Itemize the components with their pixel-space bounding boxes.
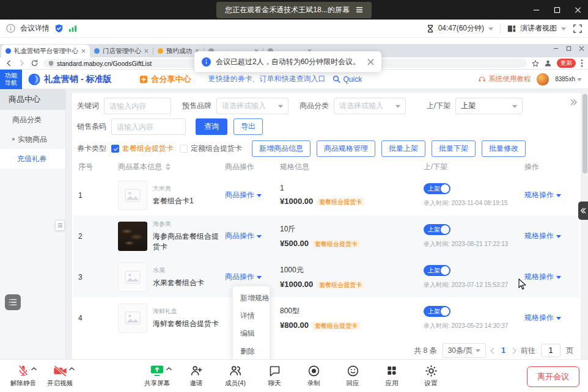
- barcode-input[interactable]: [111, 118, 186, 135]
- close-button[interactable]: [567, 0, 588, 20]
- back-icon[interactable]: [5, 59, 13, 67]
- browser-close-icon[interactable]: [579, 46, 584, 51]
- settings-button[interactable]: 设置: [414, 363, 448, 388]
- tab-favicon: [6, 48, 11, 54]
- chevron-up-icon[interactable]: [31, 367, 37, 371]
- tab-close-icon[interactable]: [81, 49, 86, 53]
- product-op-link-open[interactable]: 商品操作: [225, 272, 262, 282]
- tab-close-icon[interactable]: [144, 49, 149, 53]
- spec-manage-button[interactable]: 商品规格管理: [317, 140, 375, 157]
- timer-caret-icon[interactable]: [488, 27, 493, 33]
- apps-button[interactable]: 应用: [375, 363, 409, 388]
- page-size-select[interactable]: 30条/页: [443, 343, 487, 358]
- invite-button[interactable]: 邀请: [179, 363, 213, 388]
- view-caret-icon[interactable]: [561, 27, 566, 33]
- refresh-icon[interactable]: [31, 59, 39, 67]
- screen-share-banner[interactable]: 您正在观看金禾通技术王斌18...的屏幕: [216, 2, 371, 18]
- minimize-button[interactable]: [526, 0, 546, 20]
- video-button[interactable]: 开启视频: [43, 363, 77, 388]
- scrollbar-thumb[interactable]: [582, 94, 587, 173]
- browser-tab-store-admin[interactable]: 门店管理中心: [90, 45, 153, 57]
- members-button[interactable]: 成员(4): [218, 363, 252, 388]
- add-product-button[interactable]: 新增商品信息: [252, 140, 311, 157]
- browser-tab-gift-admin[interactable]: 礼盒营销平台管理中心: [1, 45, 90, 57]
- tutorial-link[interactable]: 系统使用教程: [478, 74, 531, 84]
- toast-close-icon[interactable]: [367, 59, 374, 65]
- menu-item-delete[interactable]: 删除: [233, 343, 270, 360]
- record-button[interactable]: 录制: [296, 363, 331, 388]
- share-screen-button[interactable]: 共享屏幕: [140, 363, 174, 388]
- username-menu[interactable]: 8385xh: [555, 75, 582, 84]
- shelf-select[interactable]: 上架: [455, 98, 523, 114]
- batch-off-button[interactable]: 批量下架: [432, 140, 476, 157]
- security-shield-icon[interactable]: [54, 24, 64, 33]
- nav-box-button[interactable]: 功能 导航: [0, 70, 22, 89]
- goto-page-input[interactable]: [541, 344, 560, 357]
- banner-menu-icon[interactable]: [356, 7, 363, 13]
- batch-on-button[interactable]: 批量上架: [381, 140, 425, 157]
- chevron-down-icon: [512, 105, 517, 111]
- leave-meeting-button[interactable]: 离开会议: [527, 366, 579, 387]
- react-button[interactable]: 回应: [336, 363, 370, 388]
- fixed-card-checkbox[interactable]: 定额组合提货卡: [180, 143, 242, 154]
- menu-item-detail[interactable]: 详情: [233, 307, 270, 325]
- share-center-link[interactable]: 合分享中心: [139, 74, 191, 85]
- signal-bars-icon[interactable]: [68, 24, 78, 32]
- chevron-up-icon[interactable]: [69, 367, 75, 371]
- spec-op-link[interactable]: 规格操作: [524, 190, 561, 200]
- meeting-timer[interactable]: 04:47(60分钟): [438, 23, 484, 34]
- view-mode-selector[interactable]: 演讲者视图: [520, 23, 557, 34]
- search-button[interactable]: 查询: [196, 118, 227, 135]
- side-panel-collapse-tab[interactable]: [578, 201, 588, 220]
- current-page[interactable]: 1: [501, 346, 505, 355]
- fullscreen-icon[interactable]: [573, 24, 582, 33]
- header-product-info[interactable]: 商品基本信息: [113, 162, 220, 172]
- screen-share-icon: [150, 364, 164, 377]
- brand-select[interactable]: 请选择或输入: [216, 98, 288, 114]
- quick-search-link[interactable]: Quick: [333, 75, 362, 84]
- spec-op-link[interactable]: 规格操作: [524, 231, 561, 241]
- shelf-toggle[interactable]: 上架: [424, 183, 450, 194]
- shelf-toggle[interactable]: 上架: [424, 306, 450, 317]
- spec-op-link[interactable]: 规格操作: [524, 313, 561, 323]
- maximize-button[interactable]: [546, 0, 567, 20]
- forward-icon[interactable]: [18, 59, 26, 67]
- sidebar-item-gift-voucher[interactable]: 充值礼券: [0, 149, 65, 169]
- sidebar-item-physical-goods[interactable]: 实物商品: [0, 129, 65, 149]
- product-op-link[interactable]: 商品操作: [225, 231, 262, 241]
- menu-item-edit[interactable]: 编辑: [233, 325, 270, 343]
- spec-op-link[interactable]: 规格操作: [524, 272, 561, 282]
- chat-button[interactable]: 聊天: [257, 363, 292, 388]
- bookmark-star-icon[interactable]: [532, 60, 539, 67]
- sidebar-collapse-handle[interactable]: [55, 220, 65, 231]
- app-header: 功能 导航 礼盒营销 - 标准版 合分享中心 更快捷的券卡、订单和快递查询入口 …: [0, 70, 588, 89]
- mute-button[interactable]: 解除静音: [6, 363, 40, 388]
- scrollbar[interactable]: [582, 89, 588, 359]
- browser-minimize-icon[interactable]: [553, 46, 559, 51]
- product-op-link[interactable]: 商品操作: [225, 190, 262, 200]
- keyword-input[interactable]: [104, 98, 171, 114]
- category-select[interactable]: 请选择或输入: [334, 98, 406, 114]
- package-card-checkbox[interactable]: 套餐组合提货卡: [111, 143, 174, 154]
- batch-edit-button[interactable]: 批量修改: [482, 140, 526, 157]
- browser-update-badge[interactable]: 更新: [557, 59, 576, 68]
- floating-list-button[interactable]: [5, 294, 21, 310]
- prev-page-button[interactable]: [491, 347, 497, 354]
- chevron-up-icon[interactable]: [166, 367, 172, 371]
- meeting-details-link[interactable]: 会议详情: [20, 23, 50, 34]
- shelf-toggle[interactable]: 上架: [424, 265, 450, 276]
- avatar[interactable]: [536, 73, 549, 86]
- sidebar-item-category[interactable]: 商品分类: [0, 110, 65, 129]
- menu-item-add-spec[interactable]: 新增规格: [233, 289, 270, 307]
- export-button[interactable]: 导出: [233, 118, 263, 135]
- entry-time: 录入时间: 2023-08-21 17:22:13: [424, 240, 520, 249]
- profile-icon[interactable]: [544, 59, 552, 67]
- sidebar-section-product-center[interactable]: 商品中心: [0, 89, 65, 110]
- next-page-button[interactable]: [510, 347, 516, 354]
- browser-menu-icon[interactable]: [581, 59, 583, 67]
- sort-icon[interactable]: [166, 163, 171, 170]
- site-security-icon[interactable]: [48, 60, 54, 67]
- browser-maximize-icon[interactable]: [566, 46, 571, 51]
- collapse-filters-button[interactable]: [570, 99, 577, 107]
- shelf-toggle[interactable]: 上架: [424, 224, 450, 235]
